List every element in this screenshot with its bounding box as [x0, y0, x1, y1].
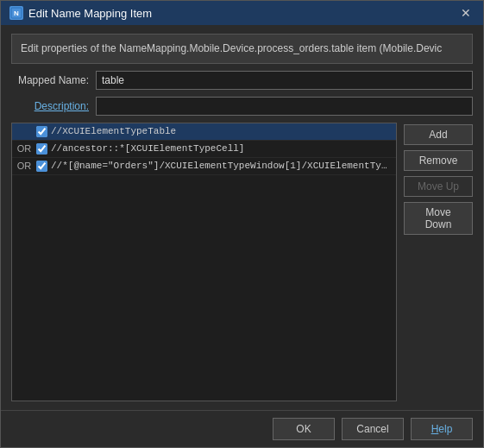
- cancel-button[interactable]: Cancel: [342, 418, 404, 440]
- move-up-button[interactable]: Move Up: [404, 176, 473, 197]
- dialog-title: Edit Name Mapping Item: [28, 7, 152, 20]
- conditions-list: //XCUIElementTypeTable OR //ancestor::*[…: [11, 123, 397, 401]
- description-input[interactable]: [96, 97, 473, 116]
- edit-name-mapping-dialog: N Edit Name Mapping Item ✕ Edit properti…: [0, 0, 484, 448]
- title-bar-left: N Edit Name Mapping Item: [9, 6, 152, 20]
- mapped-name-row: Mapped Name:: [11, 71, 473, 90]
- title-bar: N Edit Name Mapping Item ✕: [1, 1, 483, 25]
- description-label[interactable]: Description:: [11, 100, 89, 112]
- mapped-name-input[interactable]: [96, 71, 473, 90]
- remove-button[interactable]: Remove: [404, 150, 473, 171]
- ok-button[interactable]: OK: [273, 418, 335, 440]
- conditions-action-buttons: Add Remove Move Up Move Down: [404, 123, 473, 401]
- dialog-icon: N: [9, 6, 23, 20]
- or-label-1: [16, 126, 33, 136]
- or-label-2: OR: [16, 143, 33, 154]
- condition-row-3[interactable]: OR //*[@name="Orders"]/XCUIElementTypeWi…: [12, 158, 396, 175]
- or-label-3: OR: [16, 161, 33, 171]
- condition-text-2: //ancestor::*[XCUIElementTypeCell]: [51, 143, 244, 154]
- info-bar: Edit properties of the NameMapping.Mobil…: [11, 34, 473, 64]
- move-down-button[interactable]: Move Down: [404, 202, 473, 235]
- close-button[interactable]: ✕: [457, 7, 475, 19]
- mapped-name-label: Mapped Name:: [11, 74, 89, 86]
- condition-row-1[interactable]: //XCUIElementTypeTable: [12, 123, 396, 141]
- dialog-body: Edit properties of the NameMapping.Mobil…: [1, 25, 483, 410]
- conditions-section: //XCUIElementTypeTable OR //ancestor::*[…: [11, 123, 473, 401]
- add-button[interactable]: Add: [404, 124, 473, 145]
- description-row: Description:: [11, 97, 473, 116]
- condition-text-3: //*[@name="Orders"]/XCUIElementTypeWindo…: [51, 161, 393, 171]
- dialog-footer: OK Cancel Help: [1, 410, 483, 447]
- condition-checkbox-3[interactable]: [36, 161, 47, 172]
- help-button[interactable]: Help: [411, 418, 473, 440]
- svg-text:N: N: [14, 9, 19, 17]
- condition-text-1: //XCUIElementTypeTable: [51, 126, 176, 136]
- condition-checkbox-2[interactable]: [36, 143, 47, 155]
- condition-checkbox-1[interactable]: [36, 126, 47, 137]
- condition-row-2[interactable]: OR //ancestor::*[XCUIElementTypeCell]: [12, 141, 396, 158]
